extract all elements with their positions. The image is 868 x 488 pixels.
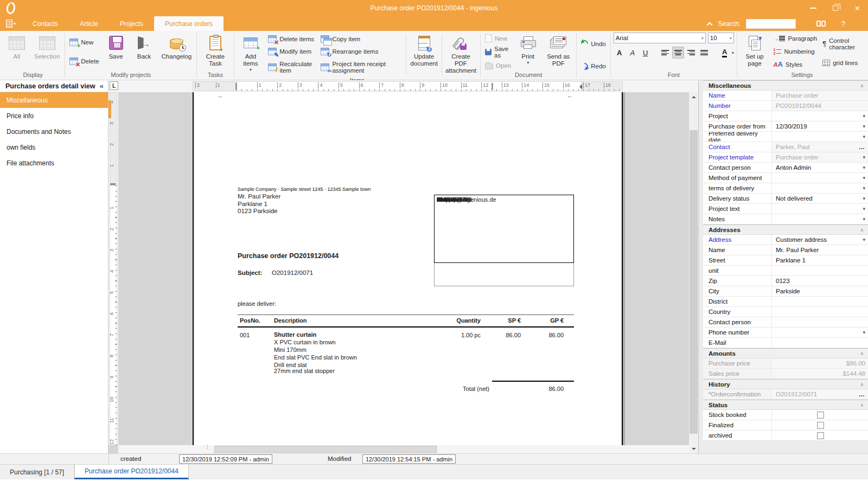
sidebar-item-own-fields[interactable]: own fields: [0, 139, 108, 155]
nav-tab-contacts[interactable]: Contacts: [22, 16, 69, 31]
horizontal-scrollbar[interactable]: ⋮: [118, 445, 689, 453]
dropdown-arrow-icon[interactable]: ▾: [860, 330, 865, 335]
redo-button[interactable]: Redo: [579, 62, 608, 70]
property-value[interactable]: PO201912/0044: [772, 101, 868, 111]
rearrange-items-button[interactable]: ↻ Rearrange items: [319, 47, 404, 56]
property-section-header[interactable]: History∧: [703, 379, 868, 389]
dropdown-arrow-icon[interactable]: ▾: [860, 206, 865, 211]
property-value[interactable]: Customer address▾: [772, 235, 868, 245]
property-value[interactable]: Purchase order▾: [772, 152, 868, 162]
splitter-grip-icon[interactable]: ⋮: [205, 446, 207, 452]
delete-project-button[interactable]: ✕ Delete: [68, 57, 100, 66]
property-value[interactable]: Mr. Paul Parker: [772, 245, 868, 255]
set-up-page-button[interactable]: ▾ Set up page: [740, 33, 770, 71]
collapse-ribbon-icon[interactable]: [706, 22, 712, 28]
property-section-header[interactable]: Miscellaneous∧: [703, 80, 868, 91]
tab-purchase-order-detail[interactable]: Purchase order PO201912/0044: [74, 465, 189, 479]
dropdown-arrow-icon[interactable]: ▾: [860, 175, 865, 181]
property-value[interactable]: [772, 297, 868, 306]
control-character-button[interactable]: ¶ Control character: [821, 37, 864, 51]
property-value[interactable]: Purchase order: [772, 91, 868, 100]
property-value[interactable]: Parkside: [772, 286, 868, 296]
scroll-up-icon[interactable]: [689, 92, 698, 101]
section-collapse-icon[interactable]: ∧: [860, 83, 864, 88]
restore-button[interactable]: [833, 5, 838, 11]
modified-value-field[interactable]: 12/30/2019 12:54:15 PM - admin: [362, 454, 456, 464]
font-family-select[interactable]: Arial ▾: [614, 33, 706, 43]
underline-button[interactable]: U: [640, 47, 652, 59]
property-value[interactable]: ▾: [772, 183, 868, 193]
dropdown-arrow-icon[interactable]: ▾: [860, 165, 865, 170]
search-input[interactable]: [746, 19, 796, 29]
property-value[interactable]: ▾: [772, 132, 868, 142]
help-button[interactable]: ?: [841, 20, 845, 28]
sidebar-item-price-info[interactable]: Price info: [0, 108, 108, 124]
property-section-header[interactable]: Addresses∧: [703, 224, 868, 235]
property-value[interactable]: Parklane 1: [772, 255, 868, 265]
dropdown-arrow-icon[interactable]: ▾: [860, 155, 865, 160]
right-margin-marker[interactable]: [577, 84, 582, 89]
nav-tab-projects[interactable]: Projects: [109, 16, 154, 31]
new-project-button[interactable]: + New: [68, 38, 100, 47]
checkbox[interactable]: [817, 422, 824, 429]
section-collapse-icon[interactable]: ∧: [860, 382, 864, 387]
dropdown-arrow-icon[interactable]: ▾: [860, 124, 865, 129]
ellipsis-button[interactable]: …: [857, 391, 866, 397]
changelog-button[interactable]: Changelog: [159, 33, 194, 71]
create-task-button[interactable]: + Create Task: [200, 33, 231, 71]
dropdown-arrow-icon[interactable]: ▾: [860, 113, 865, 119]
print-button[interactable]: Print ▾: [515, 33, 541, 71]
property-value[interactable]: 12/30/2019▾: [772, 121, 868, 131]
dropdown-arrow-icon[interactable]: ▾: [860, 216, 865, 222]
section-collapse-icon[interactable]: ∧: [860, 227, 864, 233]
sidebar-collapse-icon[interactable]: «: [100, 82, 104, 90]
nav-tab-article[interactable]: Article: [69, 16, 108, 31]
property-value[interactable]: Not delivered▾: [772, 194, 868, 203]
close-button[interactable]: ✕: [854, 4, 860, 12]
document-save-as-button[interactable]: Save as: [483, 45, 513, 59]
property-value[interactable]: [772, 266, 868, 275]
splitter-accent[interactable]: [108, 100, 111, 118]
document-page[interactable]: Sample Company · Sample street 1245 · 12…: [193, 92, 623, 453]
align-left-button[interactable]: [659, 47, 671, 59]
save-button[interactable]: Save: [103, 33, 129, 71]
property-value[interactable]: Anton Admin▾: [772, 163, 868, 172]
add-items-button[interactable]: + Add items ▾: [237, 33, 265, 76]
ellipsis-button[interactable]: …: [857, 144, 866, 150]
dropdown-arrow-icon[interactable]: ▾: [860, 196, 865, 201]
indent-marker[interactable]: [235, 83, 237, 90]
align-right-button[interactable]: [685, 47, 697, 59]
back-button[interactable]: → Back: [131, 33, 157, 71]
property-section-header[interactable]: Amounts∧: [703, 348, 868, 358]
checkbox[interactable]: [817, 412, 824, 419]
copy-item-button[interactable]: Copy item: [319, 35, 404, 43]
sidebar-item-file-attachments[interactable]: File attachments: [0, 155, 108, 171]
top-margin-marker[interactable]: [110, 183, 116, 185]
nav-tab-purchase-orders[interactable]: Purchase orders: [154, 16, 224, 31]
tab-stop-selector[interactable]: L: [110, 81, 118, 90]
scrollbar-thumb[interactable]: [214, 446, 437, 453]
font-size-select[interactable]: 10 ▾: [708, 33, 734, 43]
styles-button[interactable]: AA Styles: [771, 60, 819, 69]
modify-item-button[interactable]: ✎ Modify item: [266, 47, 317, 56]
property-value[interactable]: [772, 431, 868, 440]
grid-lines-button[interactable]: grid lines: [821, 59, 864, 67]
property-value[interactable]: [772, 420, 868, 430]
property-value[interactable]: Parker, Paul…: [772, 142, 868, 152]
minimize-button[interactable]: [810, 8, 816, 9]
paragraph-button[interactable]: → Paragraph: [771, 35, 819, 42]
property-value[interactable]: ▾: [772, 111, 868, 121]
tab-purchasing-list[interactable]: Purchasing [1 / 57]: [0, 465, 74, 479]
sidebar-item-miscellaneous[interactable]: Miscellaneous: [0, 92, 108, 108]
property-section-header[interactable]: Status∧: [703, 400, 868, 410]
dropdown-arrow-icon[interactable]: ▾: [860, 134, 865, 139]
undo-button[interactable]: Undo: [579, 40, 608, 48]
indent-marker[interactable]: [492, 83, 493, 90]
property-value[interactable]: ▾: [772, 214, 868, 224]
property-value[interactable]: ▾: [772, 173, 868, 183]
property-value[interactable]: 0123: [772, 276, 868, 286]
section-collapse-icon[interactable]: ∧: [860, 402, 864, 408]
all-button[interactable]: All: [4, 33, 30, 71]
recalculate-item-button[interactable]: Recalculate item: [266, 60, 317, 74]
scroll-down-icon[interactable]: [689, 444, 698, 453]
